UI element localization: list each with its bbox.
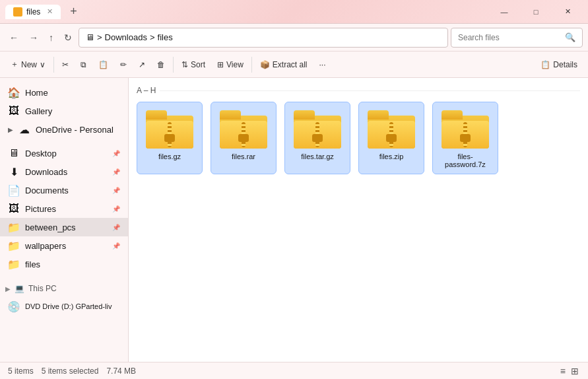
gallery-icon: 🖼 [8, 105, 20, 117]
new-button[interactable]: ＋ New ∨ [5, 56, 51, 73]
pin-icon-wallpapers: 📌 [112, 242, 120, 250]
sidebar-item-files[interactable]: 📁 files [0, 255, 128, 273]
search-input[interactable] [458, 33, 561, 42]
rename-button[interactable]: ✏ [115, 57, 132, 72]
extract-label: Extract all [273, 60, 308, 69]
zipper-handle-gz [164, 134, 175, 142]
folder-tab-rar [220, 110, 241, 120]
files-grid: files.gz files.rar [137, 102, 580, 174]
sidebar-label-desktop: Desktop [25, 149, 57, 158]
file-item-rar[interactable]: files.rar [211, 102, 277, 174]
breadcrumb-downloads[interactable]: Downloads [105, 32, 147, 42]
status-item-count: 5 items [8, 366, 34, 376]
sidebar-item-desktop[interactable]: 🖥 Desktop 📌 [0, 144, 128, 162]
breadcrumb-bar[interactable]: 🖥 > Downloads > files [79, 28, 448, 48]
folder-icon-7z [441, 108, 489, 149]
folder-tab-gz [146, 110, 167, 120]
sidebar-label-home: Home [25, 88, 48, 98]
sidebar-item-dvd[interactable]: 💿 DVD Drive (D:) GParted-liv [0, 297, 128, 316]
new-icon: ＋ [11, 59, 18, 70]
folder-front-7z [441, 121, 489, 149]
maximize-button[interactable]: □ [521, 2, 551, 22]
grid-view-button[interactable]: ⊞ [570, 364, 580, 378]
minimize-button[interactable]: — [489, 2, 519, 22]
file-item-gz[interactable]: files.gz [137, 102, 203, 174]
up-button[interactable]: ↑ [45, 30, 57, 46]
sort-button[interactable]: ⇅ Sort [176, 57, 211, 72]
folder-icon-tar-gz [294, 108, 341, 149]
sidebar-label-downloads: Downloads [25, 167, 67, 177]
status-bar: 5 items 5 items selected 7.74 MB ≡ ⊞ [0, 362, 588, 379]
sidebar-item-between-pcs[interactable]: 📁 between_pcs 📌 [0, 218, 128, 236]
view-icon: ⊞ [217, 60, 224, 69]
divider-1 [53, 57, 54, 73]
documents-icon: 📄 [8, 184, 20, 196]
folder-tab-tar-gz [294, 110, 315, 120]
tab-close-button[interactable]: ✕ [47, 7, 53, 16]
extract-all-button[interactable]: 📦 Extract all [255, 57, 313, 72]
title-bar-left: files ✕ + [5, 5, 81, 19]
details-icon: 📋 [540, 60, 550, 69]
tab-folder-icon [13, 7, 22, 17]
sidebar-item-gallery[interactable]: 🖼 Gallery [0, 102, 128, 120]
view-button[interactable]: ⊞ View [212, 57, 249, 72]
folder-front-tar-gz [294, 121, 341, 149]
section-divider-line [160, 90, 580, 91]
section-label-text: A – H [137, 86, 156, 95]
copy-button[interactable]: ⧉ [75, 57, 92, 72]
sidebar-label-pictures: Pictures [25, 204, 56, 214]
search-bar[interactable]: 🔍 [451, 28, 583, 48]
breadcrumb-computer-icon: 🖥 [86, 32, 94, 42]
paste-button[interactable]: 📋 [93, 57, 114, 72]
refresh-button[interactable]: ↻ [60, 30, 76, 46]
folder-front-rar [220, 121, 267, 149]
sidebar-spacer-2 [0, 273, 128, 280]
active-tab[interactable]: files ✕ [5, 5, 61, 19]
new-chevron: ∨ [40, 60, 46, 69]
folder-tab-7z [441, 110, 463, 120]
sort-icon: ⇅ [181, 60, 188, 69]
cut-button[interactable]: ✂ [57, 57, 74, 72]
sidebar-item-onedrive[interactable]: ▶ ☁ OneDrive - Personal [0, 120, 128, 139]
new-tab-button[interactable]: + [66, 5, 81, 18]
file-item-zip[interactable]: files.zip [358, 102, 424, 174]
back-button[interactable]: ← [5, 30, 22, 46]
pin-icon-documents: 📌 [112, 187, 120, 194]
details-button[interactable]: 📋 Details [535, 57, 583, 72]
more-button[interactable]: ··· [314, 57, 331, 72]
sidebar-item-downloads[interactable]: ⬇ Downloads 📌 [0, 162, 128, 181]
file-item-tar-gz[interactable]: files.tar.gz [284, 102, 350, 174]
divider-3 [251, 57, 252, 73]
sidebar-item-wallpapers[interactable]: 📁 wallpapers 📌 [0, 236, 128, 255]
close-button[interactable]: ✕ [552, 2, 583, 22]
sidebar: 🏠 Home 🖼 Gallery ▶ ☁ OneDrive - Personal… [0, 78, 129, 362]
file-name-7z: files-password.7z [438, 153, 492, 168]
home-icon: 🏠 [8, 86, 20, 98]
sidebar-label-gallery: Gallery [25, 106, 52, 116]
share-button[interactable]: ↗ [133, 57, 150, 72]
sidebar-label-files: files [25, 259, 40, 269]
sidebar-item-documents[interactable]: 📄 Documents 📌 [0, 181, 128, 199]
view-toggle-group: ≡ ⊞ [559, 364, 580, 378]
sidebar-group-this-pc[interactable]: ▶ 💻 This PC [0, 280, 128, 297]
zipper-handle-zip [386, 134, 397, 142]
breadcrumb-files[interactable]: files [158, 32, 173, 42]
files-icon: 📁 [8, 258, 20, 270]
sidebar-item-home[interactable]: 🏠 Home [0, 83, 128, 102]
delete-button[interactable]: 🗑 [152, 57, 170, 72]
folder-front-gz [146, 121, 193, 149]
list-view-button[interactable]: ≡ [559, 364, 567, 378]
breadcrumb-sep2: > [150, 32, 155, 42]
file-item-7z[interactable]: files-password.7z [432, 102, 498, 174]
sidebar-label-documents: Documents [25, 186, 69, 195]
folder-icon-rar [220, 108, 267, 149]
tab-label: files [26, 7, 40, 17]
breadcrumb-sep1: > [97, 32, 102, 42]
forward-button[interactable]: → [25, 30, 42, 46]
section-label: A – H [137, 86, 580, 95]
this-pc-icon: 💻 [15, 284, 24, 293]
file-name-rar: files.rar [232, 153, 255, 160]
folder-icon-zip [368, 108, 415, 149]
sidebar-label-onedrive: OneDrive - Personal [36, 125, 114, 135]
sidebar-item-pictures[interactable]: 🖼 Pictures 📌 [0, 199, 128, 218]
